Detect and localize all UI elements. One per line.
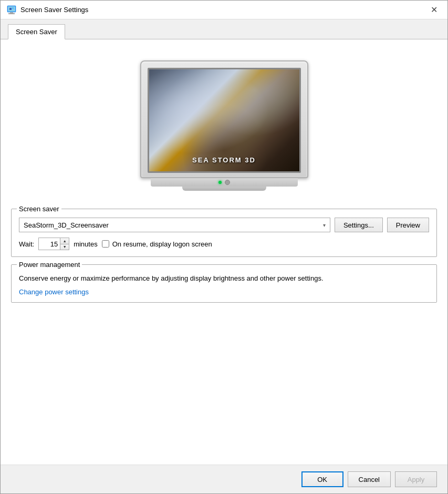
chevron-down-icon: ▾ [323,222,326,228]
power-legend: Power management [17,261,82,269]
spinbox-up-button[interactable]: ▲ [60,238,69,244]
screen-image: SEA STORM 3D [149,69,299,171]
monitor-body: SEA STORM 3D [140,60,308,178]
svg-rect-2 [10,12,13,13]
monitor-base [151,178,298,187]
logon-checkbox-row: On resume, display logon screen [102,240,212,248]
wait-row: Wait: ▲ ▼ minutes On resume, display log… [19,238,429,250]
screensaver-dropdown[interactable]: SeaStorm_3D_Screensaver ▾ [19,218,330,232]
monitor-power-button [225,180,230,185]
screensaver-section: Screen saver SeaStorm_3D_Screensaver ▾ S… [11,209,437,257]
wait-spinbox[interactable]: ▲ ▼ [38,238,69,250]
svg-rect-4 [9,8,12,10]
cancel-button[interactable]: Cancel [348,471,391,487]
monitor: SEA STORM 3D [140,60,308,191]
dialog-footer: OK Cancel Apply [1,465,447,493]
wait-input[interactable] [39,238,60,250]
logon-checkbox-label: On resume, display logon screen [112,240,212,248]
title-bar: Screen Saver Settings ✕ [1,1,447,19]
monitor-preview: SEA STORM 3D [11,50,437,196]
monitor-stand [182,187,266,191]
apply-button[interactable]: Apply [395,471,437,487]
power-description: Conserve energy or maximize performance … [19,273,429,284]
preview-button[interactable]: Preview [387,218,429,232]
spinbox-arrows: ▲ ▼ [60,238,69,250]
power-section: Power management Conserve energy or maxi… [11,264,437,303]
dialog-content: SEA STORM 3D Screen saver SeaStorm_3D_Sc… [1,39,447,465]
svg-rect-5 [12,7,14,9]
tab-bar: Screen Saver [1,19,447,39]
screen-title: SEA STORM 3D [192,156,256,164]
logon-checkbox[interactable] [102,240,109,248]
minutes-label: minutes [74,240,98,248]
close-button[interactable]: ✕ [426,3,441,17]
window-title: Screen Saver Settings [20,6,426,14]
screen-saver-settings-dialog: Screen Saver Settings ✕ Screen Saver SEA… [0,0,448,494]
ok-button[interactable]: OK [301,471,343,487]
screensaver-legend: Screen saver [17,205,61,213]
window-icon [7,5,16,15]
svg-rect-3 [8,13,15,14]
screensaver-row: SeaStorm_3D_Screensaver ▾ Settings... Pr… [19,218,429,232]
settings-button[interactable]: Settings... [335,218,383,232]
spinbox-down-button[interactable]: ▼ [60,244,69,250]
tab-screen-saver[interactable]: Screen Saver [8,24,65,39]
monitor-screen: SEA STORM 3D [148,68,301,173]
wait-label: Wait: [19,240,34,248]
change-power-settings-link[interactable]: Change power settings [19,288,89,296]
monitor-led [218,181,222,184]
